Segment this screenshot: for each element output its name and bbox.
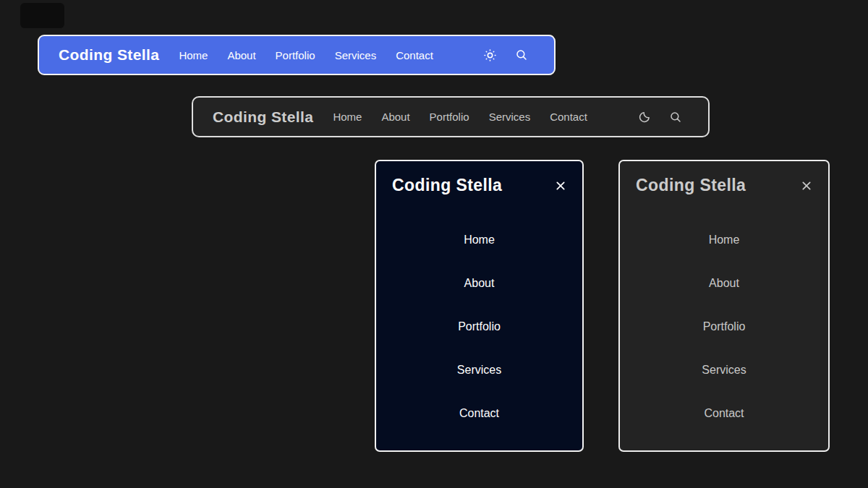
brand-logo[interactable]: Coding Stella — [392, 176, 502, 195]
moon-icon[interactable] — [638, 111, 651, 124]
menu-link-portfolio[interactable]: Portfolio — [620, 305, 828, 348]
menu-link-about[interactable]: About — [376, 262, 582, 305]
clipped-corner-box — [20, 3, 64, 28]
navbar-dark-theme: Coding Stella Home About Portfolio Servi… — [192, 96, 710, 137]
brand-logo[interactable]: Coding Stella — [193, 108, 313, 126]
menu-links: Home About Portfolio Services Contact — [376, 218, 582, 435]
brand-logo[interactable]: Coding Stella — [39, 46, 159, 64]
close-icon[interactable] — [555, 180, 566, 192]
brand-logo[interactable]: Coding Stella — [636, 176, 746, 195]
menu-links: Home About Portfolio Services Contact — [620, 218, 828, 435]
menu-link-contact[interactable]: Contact — [620, 392, 828, 435]
menu-link-portfolio[interactable]: Portfolio — [376, 305, 582, 348]
nav-link-contact[interactable]: Contact — [396, 49, 433, 61]
close-icon[interactable] — [801, 180, 812, 192]
search-icon[interactable] — [669, 111, 682, 124]
nav-link-services[interactable]: Services — [335, 49, 377, 61]
nav-link-portfolio[interactable]: Portfolio — [276, 49, 315, 61]
menu-header: Coding Stella — [376, 161, 582, 195]
nav-link-home[interactable]: Home — [333, 111, 362, 123]
mobile-menu-navy: Coding Stella Home About Portfolio Servi… — [375, 160, 584, 452]
nav-link-contact[interactable]: Contact — [550, 111, 587, 123]
nav-link-portfolio[interactable]: Portfolio — [430, 111, 469, 123]
nav-links: Home About Portfolio Services Contact — [179, 49, 433, 61]
nav-links: Home About Portfolio Services Contact — [333, 111, 587, 123]
menu-link-services[interactable]: Services — [620, 348, 828, 392]
menu-link-about[interactable]: About — [620, 262, 828, 305]
menu-link-home[interactable]: Home — [376, 218, 582, 262]
menu-link-services[interactable]: Services — [376, 348, 582, 392]
mobile-menu-gray: Coding Stella Home About Portfolio Servi… — [618, 160, 830, 452]
nav-link-services[interactable]: Services — [489, 111, 531, 123]
navbar-light-theme: Coding Stella Home About Portfolio Servi… — [38, 35, 556, 75]
menu-link-home[interactable]: Home — [620, 218, 828, 262]
nav-actions — [638, 111, 708, 124]
nav-link-about[interactable]: About — [227, 49, 255, 61]
search-icon[interactable] — [515, 48, 528, 61]
sun-icon[interactable] — [483, 48, 497, 62]
menu-header: Coding Stella — [620, 161, 828, 195]
nav-actions — [483, 48, 554, 62]
nav-link-about[interactable]: About — [381, 111, 409, 123]
menu-link-contact[interactable]: Contact — [376, 392, 582, 435]
nav-link-home[interactable]: Home — [179, 49, 208, 61]
